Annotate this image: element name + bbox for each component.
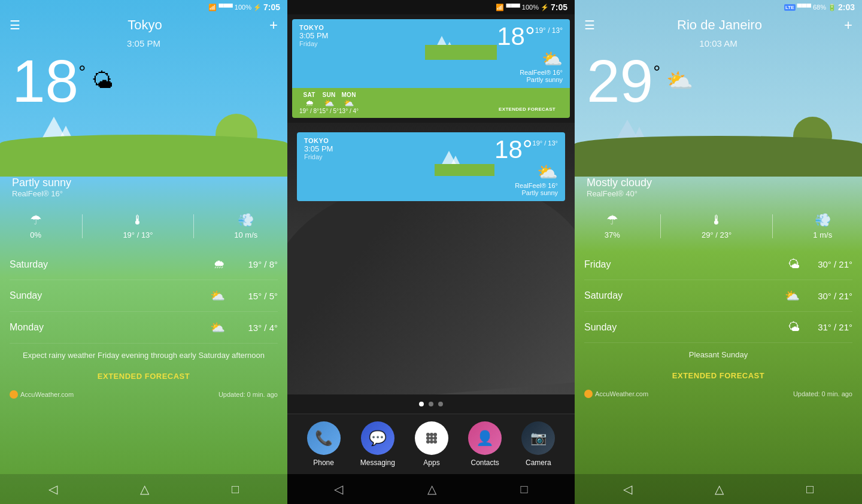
forecast-day-sat-1: Saturday xyxy=(10,259,208,270)
app-item-messaging[interactable]: 💬 Messaging xyxy=(360,421,395,467)
bolt-icon-2: ⚡ xyxy=(541,4,549,11)
widget-condition-2: Partly sunny xyxy=(494,189,558,196)
svg-point-2 xyxy=(433,433,437,436)
weather-condition-1: Partly sunny RealFeel® 16° xyxy=(0,177,287,198)
rain-icon-3: ☂ xyxy=(606,212,618,228)
rain-icon-1: ☂ xyxy=(30,212,42,228)
realfeel-text-3: RealFeel® 40° xyxy=(587,189,862,198)
weather-icon-3: ⛅ xyxy=(666,68,693,93)
home-button-1[interactable]: △ xyxy=(140,482,149,496)
camera-label: Camera xyxy=(526,459,551,467)
widget-day-temps-sat: 19° / 8° xyxy=(299,108,319,114)
wind-icon-1: 💨 xyxy=(238,212,254,228)
app-item-apps[interactable]: Apps xyxy=(415,421,448,467)
widget-left-2: TOKYO 3:05 PM Friday xyxy=(304,137,435,160)
extended-forecast-3[interactable]: EXTENDED FORECAST xyxy=(575,366,862,385)
app-item-camera[interactable]: 📷 Camera xyxy=(521,421,555,467)
back-button-2[interactable]: ◁ xyxy=(334,482,343,496)
recents-button-3[interactable]: □ xyxy=(806,482,814,496)
widget-bottom-1: SAT 🌧 19° / 8° SUN ⛅ 15° / 5° MON ⛅ 13° … xyxy=(292,88,570,118)
rain-stat-1: ☂ 0% xyxy=(30,212,42,239)
widget-day-name-sun: SUN xyxy=(319,92,339,98)
extended-forecast-1[interactable]: EXTENDED FORECAST xyxy=(0,367,287,385)
weather-widget-1[interactable]: TOKYO 3:05 PM Friday 18° 19° / 13° ⛅ xyxy=(292,19,570,118)
status-bar-2: 📶 ▀▀▀ 100% ⚡ 7:05 xyxy=(287,0,575,14)
back-button-3[interactable]: ◁ xyxy=(623,482,632,496)
widget-day-icon-sun: ⛅ xyxy=(319,98,339,108)
forecast-row-sat-1[interactable]: Saturday 🌧 19° / 8° xyxy=(10,249,278,280)
temp-unit-3: ° xyxy=(653,62,660,82)
dot-3[interactable] xyxy=(438,402,443,406)
forecast-section-3: Friday 🌤 30° / 21° Saturday ⛅ 30° / 21° … xyxy=(575,249,862,343)
page-dots-2 xyxy=(287,394,575,414)
menu-icon-3[interactable]: ☰ xyxy=(584,19,595,31)
forecast-row-sun-1[interactable]: Sunday ⛅ 15° / 5° xyxy=(10,280,278,312)
nav-bar-1: ◁ △ □ xyxy=(0,474,287,504)
phone-label: Phone xyxy=(313,459,334,467)
svg-point-5 xyxy=(433,436,437,440)
weather-header-3: ☰ Rio de Janeiro + xyxy=(575,14,862,38)
app-item-phone[interactable]: 📞 Phone xyxy=(307,421,341,467)
dot-1[interactable] xyxy=(419,402,424,406)
forecast-icon-sun-1: ⛅ xyxy=(210,289,225,303)
forecast-icon-mon-1: ⛅ xyxy=(210,320,225,335)
forecast-row-fri-3[interactable]: Friday 🌤 30° / 21° xyxy=(584,249,852,280)
home-button-2[interactable]: △ xyxy=(427,482,436,496)
back-button-1[interactable]: ◁ xyxy=(48,482,57,496)
battery-label-2: 100% xyxy=(522,4,539,11)
widget-condition-1: Partly sunny xyxy=(497,76,563,83)
recents-button-1[interactable]: □ xyxy=(232,482,239,496)
widget-top-1: TOKYO 3:05 PM Friday 18° 19° / 13° ⛅ xyxy=(292,19,570,88)
weather-widget-2[interactable]: TOKYO 3:05 PM Friday 18° 19° / 13° xyxy=(297,132,565,201)
widget-extended-1: EXTENDED FORECAST xyxy=(491,104,563,114)
condition-text-1: Partly sunny xyxy=(12,177,287,189)
accuweather-logo-1: AccuWeather.com xyxy=(10,390,74,399)
nav-bar-3: ◁ △ □ xyxy=(575,474,862,504)
forecast-icon-sat-1: 🌧 xyxy=(213,257,225,271)
forecast-row-mon-1[interactable]: Monday ⛅ 13° / 4° xyxy=(10,312,278,344)
widget-time-1: 3:05 PM xyxy=(299,31,425,40)
forecast-row-sun-3[interactable]: Sunday 🌤 31° / 21° xyxy=(584,312,852,343)
add-city-button-3[interactable]: + xyxy=(844,17,852,34)
messaging-label: Messaging xyxy=(360,459,395,467)
screen3-rio: LTE ▀▀▀ 68% 🔋 2:03 ☰ Rio de Janeiro + 10… xyxy=(575,0,862,504)
lte-icon-3: LTE xyxy=(784,4,796,11)
contacts-icon-circle: 👤 xyxy=(468,421,502,455)
forecast-day-sun-3: Sunday xyxy=(584,322,783,333)
screen1-tokyo: 📶 ▀▀▀ 100% ⚡ 7:05 ☰ Tokyo + 3:05 PM 18 °… xyxy=(0,0,287,504)
widget-city-2: TOKYO xyxy=(304,137,435,144)
forecast-row-sat-3[interactable]: Saturday ⛅ 30° / 21° xyxy=(584,280,852,312)
add-city-button-1[interactable]: + xyxy=(269,17,278,34)
forecast-icon-sat-3: ⛅ xyxy=(785,289,800,303)
widget-landscape-2 xyxy=(435,137,494,176)
app-item-contacts[interactable]: 👤 Contacts xyxy=(468,421,502,467)
accuweather-text-1: AccuWeather.com xyxy=(20,391,74,398)
widget-realfeel-1: RealFeel® 16° xyxy=(497,69,563,76)
dot-2[interactable] xyxy=(429,402,433,406)
apps-grid-icon xyxy=(423,430,440,447)
recents-button-2[interactable]: □ xyxy=(521,482,528,496)
svg-point-4 xyxy=(430,436,433,440)
forecast-day-fri-3: Friday xyxy=(584,259,783,270)
widget-icon-1: ⛅ xyxy=(497,49,563,69)
widget-temp-big-1: 18° xyxy=(497,24,535,49)
battery-label-1: 100% xyxy=(235,4,251,11)
accuweather-logo-3: AccuWeather.com xyxy=(584,390,648,398)
widget-date-2: Friday xyxy=(304,153,435,160)
forecast-temps-fri-3: 30° / 21° xyxy=(805,259,852,269)
widget-day-sat: SAT 🌧 19° / 8° xyxy=(299,92,319,114)
svg-point-1 xyxy=(430,433,433,436)
widget-temp-range-right-1: 19° / 13° xyxy=(535,26,563,35)
menu-icon-1[interactable]: ☰ xyxy=(10,19,20,31)
camera-icon-circle: 📷 xyxy=(521,421,555,455)
weather-notice-1: Expect rainy weather Friday evening thro… xyxy=(0,344,287,367)
weather-icon-1: 🌤 xyxy=(92,68,113,93)
temp-row-3: 29 ° ⛅ xyxy=(575,51,862,111)
messaging-icon: 💬 xyxy=(369,430,387,447)
home-button-3[interactable]: △ xyxy=(715,482,724,496)
divider-3b xyxy=(772,214,773,238)
svg-point-8 xyxy=(433,440,437,444)
forecast-day-sun-1: Sunday xyxy=(10,290,205,301)
dark-area-2: TOKYO 3:05 PM Friday 18° 19° / 13° xyxy=(287,123,575,394)
wind-value-1: 10 m/s xyxy=(234,230,257,239)
